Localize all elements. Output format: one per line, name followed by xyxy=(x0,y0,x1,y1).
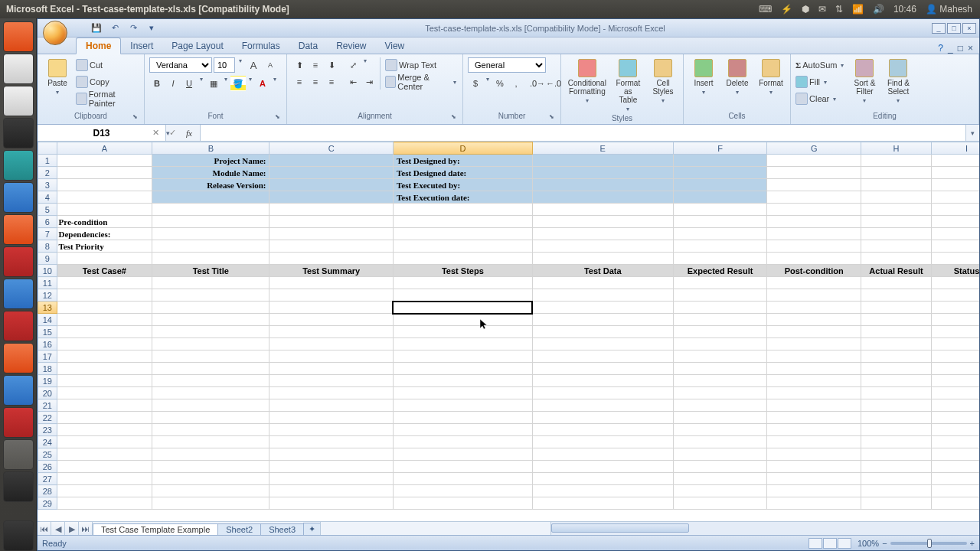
cell[interactable] xyxy=(767,277,861,289)
cell[interactable] xyxy=(861,277,932,289)
enter-formula-icon[interactable]: ✓ xyxy=(165,128,180,138)
zoom-slider[interactable] xyxy=(890,542,967,545)
cell[interactable] xyxy=(270,191,393,204)
row-header[interactable]: 11 xyxy=(38,277,57,289)
column-header[interactable]: H xyxy=(861,142,932,155)
font-launcher-icon[interactable]: ⬊ xyxy=(273,113,282,122)
cell[interactable] xyxy=(673,436,767,448)
cell[interactable] xyxy=(767,326,861,338)
cell[interactable] xyxy=(270,497,393,510)
cell[interactable] xyxy=(673,302,767,314)
keyboard-icon[interactable]: ⌨ xyxy=(759,4,772,15)
cell[interactable]: Test Execution date: xyxy=(393,191,532,204)
cell[interactable] xyxy=(152,216,270,228)
tab-review[interactable]: Review xyxy=(327,38,375,54)
cell[interactable]: Actual Result xyxy=(861,265,932,277)
redo-icon[interactable]: ↷ xyxy=(126,21,140,35)
office-button[interactable] xyxy=(38,19,67,37)
qat-customize-icon[interactable]: ▾ xyxy=(145,21,158,35)
cell[interactable] xyxy=(270,216,393,228)
merge-center-button[interactable]: Merge & Center▾ xyxy=(385,74,458,90)
cell[interactable] xyxy=(393,412,532,424)
row-header[interactable]: 25 xyxy=(38,448,57,461)
cell[interactable] xyxy=(152,240,270,253)
cell[interactable] xyxy=(931,375,979,387)
cell[interactable] xyxy=(931,473,979,485)
row-header[interactable]: 6 xyxy=(38,216,57,228)
cell[interactable] xyxy=(270,363,393,375)
undo-icon[interactable]: ↶ xyxy=(108,21,122,35)
column-header[interactable]: E xyxy=(532,142,673,155)
cell[interactable] xyxy=(393,375,532,387)
cell[interactable] xyxy=(57,412,152,424)
cell[interactable] xyxy=(270,485,393,497)
row-header[interactable]: 26 xyxy=(38,461,57,473)
cell[interactable]: Release Version: xyxy=(152,179,270,191)
cell[interactable] xyxy=(861,326,932,338)
launcher-terminal[interactable] xyxy=(3,150,34,181)
launcher-app[interactable] xyxy=(3,311,34,341)
row-header[interactable]: 10 xyxy=(38,265,57,277)
sheet-nav-first-icon[interactable]: ⏮ xyxy=(38,522,51,535)
cell[interactable] xyxy=(931,240,979,253)
close-button[interactable]: × xyxy=(962,23,976,34)
cell[interactable] xyxy=(152,191,270,204)
cell[interactable] xyxy=(532,204,673,216)
cell[interactable] xyxy=(673,326,767,338)
cell[interactable]: Project Name: xyxy=(152,155,270,167)
cell[interactable]: Test Steps xyxy=(393,265,532,277)
cell[interactable] xyxy=(270,167,393,179)
cell[interactable] xyxy=(393,436,532,448)
row-header[interactable]: 28 xyxy=(38,485,57,497)
grow-font-icon[interactable]: A xyxy=(246,57,261,73)
cell[interactable] xyxy=(767,179,861,191)
maximize-button[interactable]: □ xyxy=(947,23,961,34)
cell[interactable]: Test Designed date: xyxy=(393,167,532,179)
cell[interactable]: Status xyxy=(931,265,979,277)
cell[interactable] xyxy=(532,228,673,240)
cell[interactable] xyxy=(767,375,861,387)
zoom-out-icon[interactable]: − xyxy=(882,539,887,548)
cell[interactable]: Dependencies: xyxy=(57,228,152,240)
cell[interactable] xyxy=(393,461,532,473)
cell[interactable] xyxy=(931,424,979,436)
cell[interactable] xyxy=(931,387,979,399)
cell[interactable]: Post-condition xyxy=(767,265,861,277)
battery-icon[interactable]: ⚡ xyxy=(781,4,792,15)
mail-icon[interactable]: ✉ xyxy=(818,4,826,15)
cell[interactable] xyxy=(931,302,979,314)
sheet-tab-0[interactable]: Test Case Template Example xyxy=(93,523,218,535)
row-header[interactable]: 9 xyxy=(38,253,57,265)
cell[interactable] xyxy=(861,424,932,436)
conditional-formatting-button[interactable]: Conditional Formatting▾ xyxy=(566,57,609,106)
cell[interactable] xyxy=(861,204,932,216)
cell[interactable] xyxy=(861,191,932,204)
horizontal-scrollbar[interactable] xyxy=(550,522,979,535)
cell[interactable] xyxy=(861,289,932,302)
cell[interactable] xyxy=(861,167,932,179)
cell[interactable] xyxy=(152,302,270,314)
zoom-level[interactable]: 100% xyxy=(858,539,879,548)
cell[interactable] xyxy=(861,216,932,228)
cell[interactable] xyxy=(532,473,673,485)
cell[interactable] xyxy=(861,436,932,448)
tab-view[interactable]: View xyxy=(375,38,413,54)
cell[interactable] xyxy=(767,191,861,204)
cell[interactable] xyxy=(532,216,673,228)
cell[interactable] xyxy=(767,399,861,412)
format-as-table-button[interactable]: Format as Table▾ xyxy=(612,57,645,114)
orientation-icon[interactable]: ⤢ xyxy=(345,57,361,73)
cut-button[interactable]: Cut xyxy=(76,57,139,73)
cell[interactable] xyxy=(673,412,767,424)
cell[interactable] xyxy=(532,363,673,375)
sheet-nav-prev-icon[interactable]: ◀ xyxy=(51,522,65,535)
cell[interactable] xyxy=(931,436,979,448)
cell[interactable] xyxy=(270,387,393,399)
sheet-nav-last-icon[interactable]: ⏭ xyxy=(79,522,93,535)
find-select-button[interactable]: Find & Select▾ xyxy=(883,57,913,106)
shrink-font-icon[interactable]: A xyxy=(263,57,278,73)
launcher-sublime[interactable] xyxy=(3,118,34,148)
cell[interactable] xyxy=(270,277,393,289)
accounting-format-icon[interactable]: $ xyxy=(468,76,483,91)
sheet-nav-next-icon[interactable]: ▶ xyxy=(65,522,79,535)
